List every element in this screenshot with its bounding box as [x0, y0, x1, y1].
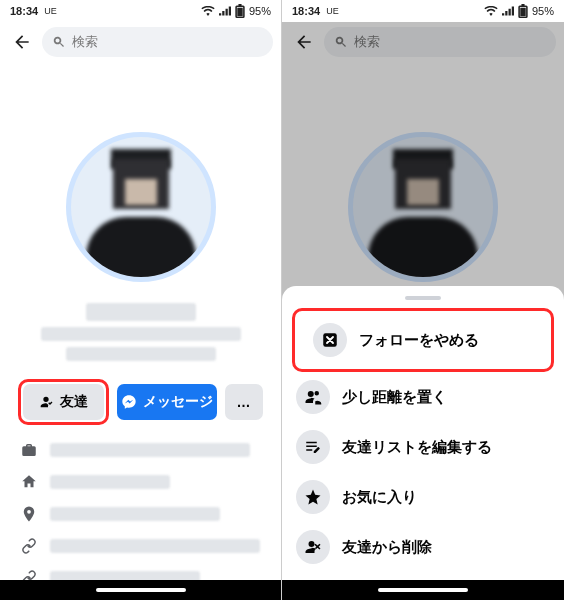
- about-work-row[interactable]: [18, 439, 263, 461]
- about-link1-row[interactable]: [18, 535, 263, 557]
- left-screenshot: 18:34 UE 95% 検索: [0, 0, 282, 600]
- system-nav-bar: [282, 580, 564, 600]
- more-icon: …: [237, 394, 252, 410]
- top-bar: 検索: [0, 22, 281, 62]
- clock: 18:34: [292, 5, 320, 17]
- battery-icon: [235, 4, 245, 18]
- profile-subtitle2-placeholder: [66, 347, 216, 361]
- person-check-icon: [38, 394, 54, 410]
- profile-name-placeholder: [86, 303, 196, 321]
- profile-subtitle-placeholder: [41, 327, 241, 341]
- menu-unfollow-label: フォローをやめる: [359, 331, 479, 350]
- edit-list-icon: [296, 430, 330, 464]
- battery-icon: [518, 4, 528, 18]
- nav-handle[interactable]: [378, 588, 468, 592]
- menu-take-break-label: 少し距離を置く: [342, 388, 447, 407]
- battery-percent: 95%: [249, 5, 271, 17]
- unfriend-icon: [296, 530, 330, 564]
- about-home-row[interactable]: [18, 471, 263, 493]
- wifi-icon: [201, 6, 215, 16]
- clock: 18:34: [10, 5, 38, 17]
- friends-button-label: 友達: [60, 393, 88, 411]
- avatar[interactable]: [61, 127, 221, 287]
- signal-icon: [502, 6, 514, 16]
- menu-favorite-label: お気に入り: [342, 488, 417, 507]
- menu-take-break[interactable]: 少し距離を置く: [282, 372, 564, 422]
- carrier-label: UE: [44, 6, 57, 16]
- system-nav-bar: [0, 580, 281, 600]
- home-icon: [18, 473, 40, 491]
- briefcase-icon: [18, 441, 40, 459]
- sheet-handle[interactable]: [405, 296, 441, 300]
- arrow-left-icon: [12, 32, 32, 52]
- svg-rect-0: [237, 8, 242, 16]
- location-pin-icon: [18, 505, 40, 523]
- search-placeholder: 検索: [72, 33, 98, 51]
- wifi-icon: [484, 6, 498, 16]
- more-button[interactable]: …: [225, 384, 263, 420]
- message-button-label: メッセージ: [143, 393, 213, 411]
- carrier-label: UE: [326, 6, 339, 16]
- menu-edit-friend-list[interactable]: 友達リストを編集する: [282, 422, 564, 472]
- back-button[interactable]: [8, 28, 36, 56]
- signal-icon: [219, 6, 231, 16]
- battery-percent: 95%: [532, 5, 554, 17]
- svg-rect-1: [520, 8, 525, 16]
- action-row: 友達 メッセージ …: [0, 367, 281, 435]
- right-screenshot: 18:34 UE 95% 検索: [282, 0, 564, 600]
- avatar-wrap: [0, 127, 281, 287]
- status-bar: 18:34 UE 95%: [282, 0, 564, 22]
- messenger-icon: [121, 394, 137, 410]
- link-icon: [18, 537, 40, 555]
- menu-edit-friend-list-label: 友達リストを編集する: [342, 438, 492, 457]
- nav-handle[interactable]: [96, 588, 186, 592]
- take-break-icon: [296, 380, 330, 414]
- menu-favorite[interactable]: お気に入り: [282, 472, 564, 522]
- message-button[interactable]: メッセージ: [117, 384, 217, 420]
- menu-unfriend-label: 友達から削除: [342, 538, 432, 557]
- status-bar: 18:34 UE 95%: [0, 0, 281, 22]
- friends-button[interactable]: 友達: [23, 384, 104, 420]
- about-location-row[interactable]: [18, 503, 263, 525]
- menu-unfriend[interactable]: 友達から削除: [282, 522, 564, 572]
- search-icon: [52, 35, 66, 49]
- menu-unfollow[interactable]: フォローをやめる: [299, 315, 547, 365]
- about-list: [0, 435, 281, 593]
- unfollow-icon: [313, 323, 347, 357]
- profile-name-area: [0, 297, 281, 367]
- friends-menu-sheet: フォローをやめる 少し距離を置く 友達リストを編集する お気に入り: [282, 286, 564, 580]
- star-icon: [296, 480, 330, 514]
- cover-area[interactable]: [0, 62, 281, 137]
- search-input[interactable]: 検索: [42, 27, 273, 57]
